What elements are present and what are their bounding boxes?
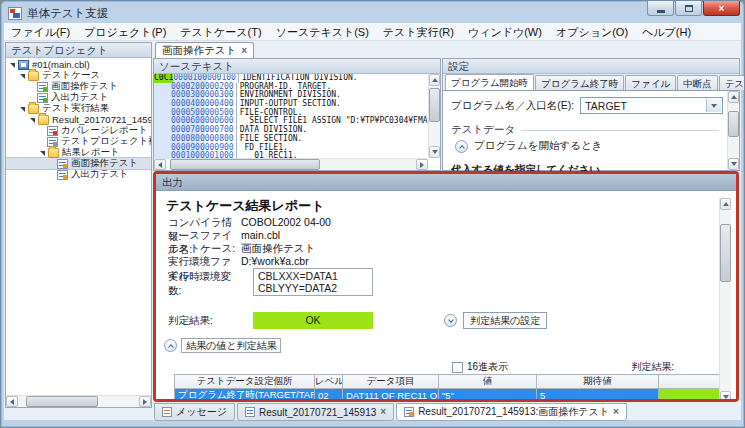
scroll-down-icon[interactable] bbox=[429, 146, 440, 158]
expand-arrow-icon[interactable] bbox=[19, 105, 27, 113]
menu-testcase[interactable]: テストケース(T) bbox=[173, 23, 268, 41]
col-test-data-location[interactable]: テストデータ設定個所 bbox=[175, 375, 315, 389]
source-horizontal-scrollbar[interactable] bbox=[154, 158, 428, 170]
app-icon bbox=[8, 7, 22, 20]
output-vertical-scrollbar[interactable] bbox=[719, 198, 731, 402]
project-tree: #01(main.cbl) テストケース 画面操作テスト 入出力テスト bbox=[6, 59, 151, 394]
scrollbar-thumb[interactable] bbox=[26, 396, 98, 407]
collapse-circle-icon[interactable] bbox=[164, 339, 177, 352]
col-judge[interactable] bbox=[659, 375, 728, 389]
settings-body: プログラム名／入口名(E): TARGET テストデータ プログラムを開始すると… bbox=[443, 91, 727, 170]
tab-file[interactable]: ファイル bbox=[625, 75, 676, 90]
hex-display-checkbox[interactable] bbox=[452, 362, 463, 373]
settings-panel: 設定 プログラム開始時 プログラム終了時 ファイル 中断点 テスト環境の設定 プ… bbox=[442, 58, 740, 171]
tab-test-env[interactable]: テスト環境の設定 bbox=[719, 75, 745, 90]
folder-icon bbox=[38, 115, 49, 125]
col-value[interactable]: 値 bbox=[439, 375, 537, 389]
settings-vertical-scrollbar[interactable] bbox=[727, 91, 739, 170]
bottom-tab-bar: メッセージ Result_20170721_145913 × Result_20… bbox=[154, 403, 741, 422]
close-tab-icon[interactable]: × bbox=[380, 407, 386, 417]
scroll-left-icon[interactable] bbox=[6, 396, 18, 407]
menu-file[interactable]: ファイル(F) bbox=[4, 23, 77, 41]
program-start-toggle[interactable]: プログラムを開始するとき bbox=[455, 139, 602, 153]
scroll-right-icon[interactable] bbox=[416, 159, 428, 170]
result-icon bbox=[245, 407, 255, 417]
maximize-button[interactable] bbox=[675, 1, 702, 16]
title-bar[interactable]: 単体テスト支援 bbox=[4, 3, 741, 23]
maximize-icon bbox=[685, 5, 693, 12]
tab-result-screen-test[interactable]: Result_20170721_145913:画面操作テスト × bbox=[396, 403, 627, 421]
scrollbar-thumb[interactable] bbox=[728, 111, 739, 137]
scrollbar-thumb[interactable] bbox=[720, 224, 731, 282]
report-icon bbox=[404, 407, 414, 417]
tab-messages[interactable]: メッセージ bbox=[154, 403, 235, 421]
col-data-item[interactable]: データ項目 bbox=[343, 375, 439, 389]
testdata-group-label: テストデータ bbox=[451, 123, 719, 137]
report-icon bbox=[57, 170, 68, 180]
scroll-down-icon[interactable] bbox=[728, 158, 739, 170]
tree-item-io-test-report[interactable]: 入出力テスト bbox=[6, 169, 151, 180]
scrollbar-thumb[interactable] bbox=[429, 88, 440, 122]
program-name-combobox[interactable]: TARGET bbox=[580, 97, 723, 114]
test-project-header: テストプロジェクト bbox=[6, 43, 151, 58]
close-tab-icon[interactable]: × bbox=[613, 407, 619, 417]
tab-screen-test[interactable]: 画面操作テスト × bbox=[155, 42, 254, 58]
window-title: 単体テスト支援 bbox=[27, 6, 108, 21]
expand-arrow-icon[interactable] bbox=[9, 61, 17, 69]
table-row[interactable]: プログラム終了時(TARGET/TARGET) 02 DAT111 OF REC… bbox=[175, 389, 728, 403]
menu-project[interactable]: プロジェクト(P) bbox=[77, 23, 173, 41]
output-header: 出力 bbox=[156, 174, 736, 191]
toggle-label: プログラムを開始するとき bbox=[474, 139, 602, 153]
minimize-button[interactable] bbox=[647, 1, 674, 16]
expand-circle-icon[interactable] bbox=[444, 314, 457, 327]
settings-header: 設定 bbox=[443, 59, 739, 74]
close-button[interactable]: × bbox=[703, 1, 740, 16]
combobox-value: TARGET bbox=[585, 100, 627, 112]
tab-program-end[interactable]: プログラム終了時 bbox=[535, 75, 624, 90]
chevron-down-icon[interactable] bbox=[706, 99, 721, 112]
tab-label: メッセージ bbox=[176, 405, 227, 419]
expand-arrow-icon[interactable] bbox=[19, 72, 27, 80]
collapse-circle-icon[interactable] bbox=[455, 140, 468, 153]
tab-label: 画面操作テスト bbox=[162, 44, 236, 58]
tree-item-test-results[interactable]: テスト実行結果 bbox=[6, 103, 151, 114]
message-icon bbox=[162, 407, 172, 417]
menu-help[interactable]: ヘルプ(H) bbox=[635, 23, 698, 41]
report-icon bbox=[57, 159, 68, 169]
tree-horizontal-scrollbar[interactable] bbox=[6, 395, 151, 407]
minimize-icon bbox=[657, 10, 665, 13]
scroll-up-icon[interactable] bbox=[429, 74, 440, 86]
tab-label: Result_20170721_145913:画面操作テスト bbox=[418, 405, 609, 419]
hex-display-label: 16進表示 bbox=[467, 360, 508, 374]
expand-arrow-icon[interactable] bbox=[39, 149, 47, 157]
scroll-down-icon[interactable] bbox=[720, 391, 731, 402]
menu-sourcetext[interactable]: ソーステキスト(S) bbox=[269, 23, 376, 41]
menu-window[interactable]: ウィンドウ(W) bbox=[461, 23, 549, 41]
table-judge-label: 判定結果: bbox=[631, 360, 674, 374]
tab-label: Result_20170721_145913 bbox=[259, 407, 376, 418]
expand-arrow-icon[interactable] bbox=[29, 116, 37, 124]
scroll-right-icon[interactable] bbox=[139, 396, 151, 407]
testcase-value: 画面操作テスト bbox=[241, 242, 315, 256]
close-tab-icon[interactable]: × bbox=[241, 46, 247, 56]
result-values-toggle[interactable]: 結果の値と判定結果 bbox=[164, 338, 281, 353]
col-level[interactable]: レベル bbox=[315, 375, 343, 389]
tab-breakpoint[interactable]: 中断点 bbox=[677, 75, 718, 90]
close-icon: × bbox=[719, 3, 725, 14]
scroll-left-icon[interactable] bbox=[154, 159, 166, 170]
scroll-up-icon[interactable] bbox=[728, 91, 739, 103]
tab-result[interactable]: Result_20170721_145913 × bbox=[237, 403, 394, 421]
col-expected[interactable]: 期待値 bbox=[537, 375, 659, 389]
source-vertical-scrollbar[interactable] bbox=[428, 74, 440, 158]
scroll-up-icon[interactable] bbox=[720, 198, 731, 210]
package-icon bbox=[18, 60, 29, 70]
judge-settings-button[interactable]: 判定結果の設定 bbox=[463, 312, 547, 329]
tab-program-start[interactable]: プログラム開始時 bbox=[445, 74, 534, 90]
folder-icon bbox=[28, 71, 39, 81]
scrollbar-thumb[interactable] bbox=[170, 159, 320, 170]
menu-testrun[interactable]: テスト実行(R) bbox=[376, 23, 461, 41]
testcase-result-report: テストケース結果レポート コンパイラ情報:COBOL2002 04-00 ソース… bbox=[156, 192, 736, 399]
report-title: テストケース結果レポート bbox=[166, 197, 324, 215]
menu-options[interactable]: オプション(O) bbox=[549, 23, 635, 41]
source-code-view[interactable]: C0C10000100000100IDENTIFICATION DIVISION… bbox=[154, 74, 428, 158]
